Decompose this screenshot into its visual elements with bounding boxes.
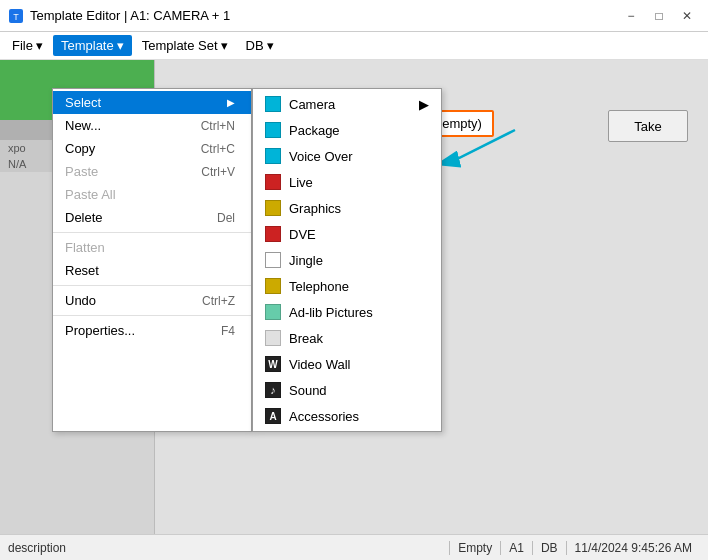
separator-1 <box>53 232 251 233</box>
submenu-item-jingle[interactable]: Jingle <box>253 247 441 273</box>
menu-template-arrow: ▾ <box>117 38 124 53</box>
submenu-item-sound[interactable]: ♪ Sound <box>253 377 441 403</box>
videowall-color-box: W <box>265 356 281 372</box>
submenu-item-dve-label: DVE <box>289 227 316 242</box>
status-description-text: description <box>8 541 66 555</box>
submenu-item-package[interactable]: Package <box>253 117 441 143</box>
submenu-item-live[interactable]: Live <box>253 169 441 195</box>
submenu-item-camera[interactable]: Camera ▶ <box>253 91 441 117</box>
adlib-color-box <box>265 304 281 320</box>
minimize-button[interactable]: − <box>618 5 644 27</box>
telephone-color-box <box>265 278 281 294</box>
main-area: xpo N/A 1 (empty) Take Select ▶ <box>0 60 708 534</box>
menu-db-arrow: ▾ <box>267 38 274 53</box>
menu-item-undo-shortcut: Ctrl+Z <box>202 294 235 308</box>
menu-item-delete-label: Delete <box>65 210 103 225</box>
menu-file[interactable]: File ▾ <box>4 35 51 56</box>
menu-item-select-label: Select <box>65 95 101 110</box>
submenu-item-break[interactable]: Break <box>253 325 441 351</box>
close-button[interactable]: ✕ <box>674 5 700 27</box>
menu-item-undo-label: Undo <box>65 293 96 308</box>
submenu-item-voiceover-label: Voice Over <box>289 149 353 164</box>
app-icon: T <box>8 8 24 24</box>
submenu-item-graphics-label: Graphics <box>289 201 341 216</box>
accessories-color-box: A <box>265 408 281 424</box>
submenu-item-telephone[interactable]: Telephone <box>253 273 441 299</box>
menu-item-paste-label: Paste <box>65 164 98 179</box>
menu-item-reset-label: Reset <box>65 263 99 278</box>
menu-item-paste-all: Paste All <box>53 183 251 206</box>
menu-item-delete[interactable]: Delete Del <box>53 206 251 229</box>
separator-2 <box>53 285 251 286</box>
title-bar: T Template Editor | A1: CAMERA + 1 − □ ✕ <box>0 0 708 32</box>
dropdown-overlay: Select ▶ New... Ctrl+N Copy Ctrl+C Paste… <box>52 88 442 432</box>
status-datetime: 11/4/2024 9:45:26 AM <box>566 541 700 555</box>
submenu-item-videowall[interactable]: W Video Wall <box>253 351 441 377</box>
menu-template[interactable]: Template ▾ <box>53 35 132 56</box>
submenu-item-dve[interactable]: DVE <box>253 221 441 247</box>
camera-arrow: ▶ <box>419 97 429 112</box>
menu-item-select-arrow: ▶ <box>227 97 235 108</box>
menu-bar: File ▾ Template ▾ Template Set ▾ DB ▾ <box>0 32 708 60</box>
menu-item-new-shortcut: Ctrl+N <box>201 119 235 133</box>
menu-item-properties[interactable]: Properties... F4 <box>53 319 251 342</box>
menu-db-label: DB <box>246 38 264 53</box>
menu-item-paste: Paste Ctrl+V <box>53 160 251 183</box>
menu-item-properties-label: Properties... <box>65 323 135 338</box>
menu-item-new[interactable]: New... Ctrl+N <box>53 114 251 137</box>
submenu-item-sound-label: Sound <box>289 383 327 398</box>
status-a1: A1 <box>500 541 532 555</box>
submenu-item-adlib[interactable]: Ad-lib Pictures <box>253 299 441 325</box>
submenu-item-videowall-label: Video Wall <box>289 357 350 372</box>
menu-item-select[interactable]: Select ▶ <box>53 91 251 114</box>
menu-template-label: Template <box>61 38 114 53</box>
menu-item-reset[interactable]: Reset <box>53 259 251 282</box>
status-empty: Empty <box>449 541 500 555</box>
menu-item-paste-all-label: Paste All <box>65 187 116 202</box>
submenu-item-camera-label: Camera <box>289 97 335 112</box>
graphics-color-box <box>265 200 281 216</box>
submenu-item-break-label: Break <box>289 331 323 346</box>
menu-templateset[interactable]: Template Set ▾ <box>134 35 236 56</box>
svg-text:T: T <box>13 12 19 22</box>
package-color-box <box>265 122 281 138</box>
submenu-item-live-label: Live <box>289 175 313 190</box>
menu-templateset-arrow: ▾ <box>221 38 228 53</box>
voiceover-color-box <box>265 148 281 164</box>
submenu-item-graphics[interactable]: Graphics <box>253 195 441 221</box>
menu-item-new-label: New... <box>65 118 101 133</box>
submenu-item-voiceover[interactable]: Voice Over <box>253 143 441 169</box>
dve-color-box <box>265 226 281 242</box>
menu-item-undo[interactable]: Undo Ctrl+Z <box>53 289 251 312</box>
select-submenu: Camera ▶ Package Voice Over Live <box>252 88 442 432</box>
menu-item-copy-label: Copy <box>65 141 95 156</box>
menu-item-delete-shortcut: Del <box>217 211 235 225</box>
live-color-box <box>265 174 281 190</box>
menu-db[interactable]: DB ▾ <box>238 35 282 56</box>
break-color-box <box>265 330 281 346</box>
menu-file-arrow: ▾ <box>36 38 43 53</box>
menu-item-copy[interactable]: Copy Ctrl+C <box>53 137 251 160</box>
window-controls: − □ ✕ <box>618 5 700 27</box>
menu-item-flatten: Flatten <box>53 236 251 259</box>
sound-color-box: ♪ <box>265 382 281 398</box>
submenu-item-package-label: Package <box>289 123 340 138</box>
template-dropdown: Select ▶ New... Ctrl+N Copy Ctrl+C Paste… <box>52 88 252 432</box>
status-description: description <box>8 541 449 555</box>
submenu-item-telephone-label: Telephone <box>289 279 349 294</box>
submenu-item-accessories[interactable]: A Accessories <box>253 403 441 429</box>
status-db: DB <box>532 541 566 555</box>
menu-item-flatten-label: Flatten <box>65 240 105 255</box>
status-right: Empty A1 DB 11/4/2024 9:45:26 AM <box>449 541 700 555</box>
menu-file-label: File <box>12 38 33 53</box>
maximize-button[interactable]: □ <box>646 5 672 27</box>
menu-templateset-label: Template Set <box>142 38 218 53</box>
take-button[interactable]: Take <box>608 110 688 142</box>
window-title: Template Editor | A1: CAMERA + 1 <box>30 8 230 23</box>
separator-3 <box>53 315 251 316</box>
submenu-item-accessories-label: Accessories <box>289 409 359 424</box>
menu-item-properties-shortcut: F4 <box>221 324 235 338</box>
status-bar: description Empty A1 DB 11/4/2024 9:45:2… <box>0 534 708 560</box>
submenu-item-jingle-label: Jingle <box>289 253 323 268</box>
jingle-color-box <box>265 252 281 268</box>
